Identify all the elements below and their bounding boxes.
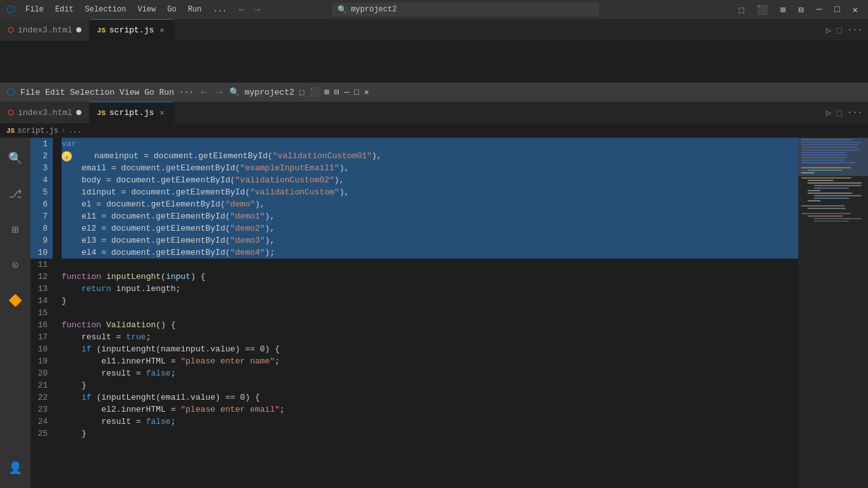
menu-file[interactable]: File [20,4,49,15]
outer-titlebar: ⬡ File Edit Selection View Go Run ... ← … [0,0,868,19]
svg-rect-12 [801,172,814,173]
layout-icon-2[interactable]: ⬛ [753,3,771,17]
run-icon-outer[interactable]: ▷ [826,25,831,36]
inner-search[interactable]: 🔍 myproject2 [229,87,294,97]
code-line-5: idinput = document.getElementById("valid… [62,186,798,198]
inner-menu-run[interactable]: Run [159,88,174,97]
outer-window-controls[interactable]: ⬚ ⬛ ⊞ ⊟ ─ □ ✕ [735,3,862,17]
inner-menu-selection[interactable]: Selection [70,88,114,97]
svg-rect-11 [808,170,843,171]
svg-rect-9 [801,162,855,163]
code-line-12: function inputLenght ( input ) { [62,271,798,283]
more-icon-outer[interactable]: ··· [847,25,863,35]
account-icon-activity: 👤 [8,461,22,475]
ln-16: 16 [31,319,53,331]
nav-back-inner[interactable]: ← [199,86,209,98]
split-icon-inner[interactable]: ⬚ [836,107,841,118]
tab-close-outer[interactable]: ✕ [158,25,166,36]
activity-extensions[interactable]: ⊞ [0,214,31,245]
code-line-25: } [62,428,798,440]
split-icon-outer[interactable]: ⬚ [836,25,841,36]
activity-git[interactable]: ⎇ [0,179,31,209]
svg-rect-6 [801,154,849,156]
ln-19: 19 [31,355,53,367]
html-icon-outer: ⬡ [8,26,14,34]
ln-20: 20 [31,367,53,379]
outer-search[interactable]: 🔍 myproject2 [332,3,599,17]
code-editor[interactable]: 1 2 3 4 5 6 7 8 9 10 11 12 13 14 15 16 1… [31,138,868,488]
inner-menu[interactable]: File Edit Selection View Go Run ··· [20,88,194,97]
code-line-1: var [62,138,798,150]
inner-titlebar: ⬡ File Edit Selection View Go Run ··· ← … [0,83,868,102]
ln-3: 3 [31,162,53,174]
minimize-btn-inner[interactable]: ─ [344,88,349,97]
layout-icon-4[interactable]: ⊟ [794,3,807,17]
inner-menu-file[interactable]: File [20,88,40,97]
outer-menu[interactable]: File Edit Selection View Go Run ... [20,4,232,15]
ln-13: 13 [31,283,53,295]
tab-script-inner[interactable]: JS script.js ✕ [90,102,175,123]
menu-go[interactable]: Go [162,4,181,15]
code-line-18: if (inputLenght(nameinput.value) == 0) { [62,343,798,355]
ln-12: 12 [31,271,53,283]
bulb-icon[interactable]: 💡 [62,151,72,161]
code-line-21: } [62,379,798,391]
nav-back-outer[interactable]: ← [237,4,247,15]
inner-window-controls[interactable]: ⬚ ⬛ ⊞ ⊟ ─ □ ✕ [299,87,369,97]
ln-8: 8 [31,222,53,234]
inner-search-text: myproject2 [245,88,294,97]
tab-close-inner[interactable]: ✕ [158,107,166,118]
svg-rect-20 [814,195,862,196]
menu-view[interactable]: View [132,4,161,15]
inner-menu-edit[interactable]: Edit [45,88,65,97]
kw-var-1: var [62,138,76,150]
history-icon-activity: ⊙ [12,258,19,272]
activity-account[interactable]: 👤 [0,452,31,483]
tab-index3-inner[interactable]: ⬡ index3.html [0,102,90,123]
tab-script-outer[interactable]: JS script.js ✕ [90,19,175,41]
layout-icon-inner-1[interactable]: ⬚ [299,88,304,97]
close-btn-inner[interactable]: ✕ [364,88,369,97]
menu-selection[interactable]: Selection [80,4,132,15]
tab-index3-outer[interactable]: ⬡ index3.html [0,19,90,41]
inner-menu-view[interactable]: View [119,88,139,97]
activity-history[interactable]: ⊙ [0,250,31,280]
nav-forward-inner[interactable]: → [214,86,224,98]
svg-rect-7 [801,157,847,158]
html-icon-inner: ⬡ [8,109,14,117]
inner-menu-more[interactable]: ··· [179,88,194,97]
ln-15: 15 [31,307,53,319]
ln-4: 4 [31,174,53,186]
menu-edit[interactable]: Edit [50,4,79,15]
layout-icon-inner-2[interactable]: ⬛ [309,88,320,97]
ln-2: 2 [31,150,53,162]
svg-rect-5 [801,152,846,153]
close-btn-outer[interactable]: ✕ [849,3,862,17]
activity-search[interactable]: 🔍 [0,143,31,173]
minimize-btn-outer[interactable]: ─ [813,3,825,16]
inner-tab-bar: ⬡ index3.html JS script.js ✕ ▷ ⬚ ··· [0,102,868,124]
layout-icon-inner-4[interactable]: ⊟ [334,88,339,97]
code-content[interactable]: var 💡 nameinput = document.getElementByI… [59,138,798,488]
line-numbers: 1 2 3 4 5 6 7 8 9 10 11 12 13 14 15 16 1… [31,138,59,488]
ln-6: 6 [31,198,53,210]
nav-forward-outer[interactable]: → [252,4,262,15]
tab-dot-modified [76,110,81,115]
svg-rect-22 [808,200,820,201]
activity-debug[interactable]: 🔶 [0,285,31,316]
maximize-btn-outer[interactable]: □ [831,3,843,16]
js-icon-inner: JS [97,109,105,117]
breadcrumb-filename: script.js [17,126,58,135]
maximize-btn-inner[interactable]: □ [354,88,359,97]
inner-menu-go[interactable]: Go [144,88,154,97]
layout-icon-inner-3[interactable]: ⊞ [324,88,329,97]
layout-icon-1[interactable]: ⬚ [735,3,747,17]
run-icon-inner[interactable]: ▷ [826,107,831,118]
ln-14: 14 [31,295,53,307]
menu-run[interactable]: Run [183,4,207,15]
code-line-14: } [62,295,798,307]
layout-icon-3[interactable]: ⊞ [776,3,789,17]
more-icon-inner[interactable]: ··· [847,107,863,118]
menu-more[interactable]: ... [208,4,232,15]
code-line-2: 💡 nameinput = document.getElementById("v… [62,150,798,162]
